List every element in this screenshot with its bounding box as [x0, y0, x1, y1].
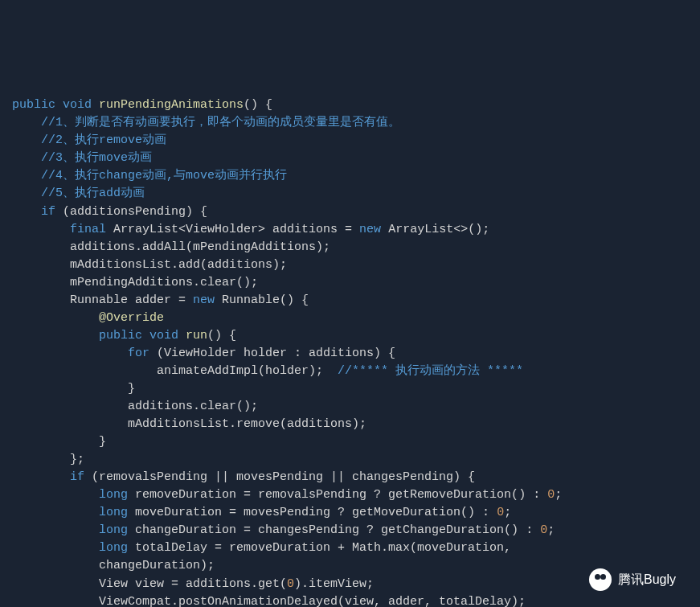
stmt: mAdditionsList.add(additions); — [70, 258, 287, 272]
comment: //1、判断是否有动画要执行，即各个动画的成员变量里是否有值。 — [41, 116, 400, 129]
rest: totalDelay = removeDuration + Math.max(m… — [128, 541, 511, 555]
rest: ).itemView; — [294, 577, 374, 591]
paren: ( — [149, 347, 164, 360]
brace: } — [99, 435, 106, 449]
type: ArrayList — [381, 223, 453, 236]
semi: ; — [555, 488, 562, 502]
keyword-new: new — [359, 223, 381, 236]
keyword-if: if — [70, 470, 84, 484]
number: 0 — [287, 577, 294, 591]
watermark-text: 腾讯Bugly — [618, 570, 676, 589]
rest: holder : additions) { — [236, 347, 395, 360]
watermark: 腾讯Bugly — [589, 568, 676, 591]
mid: view = additions.get( — [128, 577, 287, 591]
code-pre: public void runPendingAnimations() { //1… — [12, 96, 688, 607]
type: ViewHolder — [186, 223, 258, 236]
code-block: public void runPendingAnimations() { //1… — [12, 79, 688, 607]
keyword-void: void — [142, 329, 178, 342]
brace: }; — [70, 453, 84, 466]
semi: ; — [504, 506, 511, 519]
keyword-public: public — [12, 98, 55, 112]
call: animateAddImpl(holder); — [157, 364, 338, 378]
type: Runnable — [215, 293, 280, 307]
keyword-for: for — [128, 347, 149, 360]
comment: //5、执行add动画 — [41, 187, 145, 200]
type: ViewHolder — [164, 347, 236, 360]
keyword-final: final — [70, 223, 106, 236]
stmt: additions.addAll(mPendingAdditions); — [70, 240, 330, 254]
generic: > additions = — [258, 223, 359, 236]
cond: (additionsPending) { — [55, 205, 207, 219]
number: 0 — [497, 506, 504, 519]
type: Runnable — [70, 293, 128, 307]
mid: moveDuration = movesPending ? getMoveDur… — [128, 506, 497, 519]
number: 0 — [540, 523, 547, 537]
keyword-new: new — [193, 293, 215, 307]
generic: < — [178, 223, 186, 236]
comment: //4、执行change动画,与move动画并行执行 — [41, 169, 287, 183]
annotation: @Override — [99, 311, 164, 325]
method-name: run — [178, 329, 207, 342]
stmt: additions.clear(); — [128, 400, 258, 413]
brace: } — [128, 382, 135, 396]
number: 0 — [547, 488, 555, 502]
mid: changeDuration = changesPending ? getCha… — [128, 523, 540, 537]
mid: removeDuration = removalsPending ? getRe… — [128, 488, 547, 502]
comment: //3、执行move动画 — [41, 151, 152, 165]
keyword-public: public — [99, 329, 142, 342]
keyword-long: long — [99, 488, 128, 502]
stmt: mAdditionsList.remove(additions); — [128, 417, 366, 431]
rest: <>(); — [453, 223, 489, 236]
stmt: mPendingAdditions.clear(); — [70, 276, 258, 289]
stmt: changeDuration); — [99, 559, 215, 572]
method-name: runPendingAnimations — [99, 98, 244, 112]
semi: ; — [547, 523, 555, 537]
wechat-icon — [589, 568, 612, 591]
rest: () { — [207, 329, 236, 342]
keyword-void: void — [63, 98, 92, 112]
keyword-if: if — [41, 205, 55, 219]
comment: //***** 执行动画的方法 ***** — [338, 364, 523, 378]
keyword-long: long — [99, 523, 128, 537]
stmt: ViewCompat.postOnAnimationDelayed(view, … — [99, 595, 526, 607]
mid: adder = — [128, 293, 193, 307]
cond: (removalsPending || movesPending || chan… — [84, 470, 475, 484]
keyword-long: long — [99, 541, 128, 555]
keyword-long: long — [99, 506, 128, 519]
comment: //2、执行remove动画 — [41, 133, 166, 147]
type: View — [99, 577, 128, 591]
rest: () { — [280, 293, 309, 307]
parens: () { — [244, 98, 272, 112]
type: ArrayList — [106, 223, 178, 236]
